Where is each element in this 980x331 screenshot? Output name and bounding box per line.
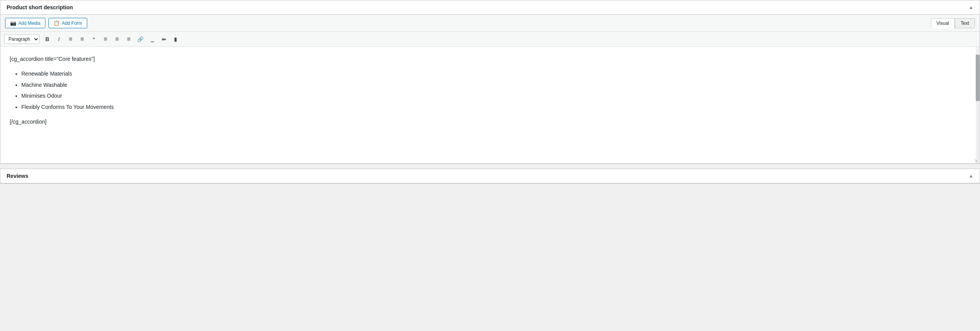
align-left-button[interactable]: ≡ [100,34,111,44]
scrollbar-thumb[interactable] [976,55,980,101]
editor-container: 📷 Add Media 📋 Add Form Visual Text Parag… [0,15,980,164]
panel-title: Product short description [7,4,73,10]
list-item: Renewable Materials [21,69,970,78]
align-center-button[interactable]: ≡ [112,34,122,44]
editor-content[interactable]: [cg_accordion title="Core features"] Ren… [0,47,980,163]
paragraph-select[interactable]: Paragraph [4,34,40,44]
view-tabs: Visual Text [931,18,975,28]
add-form-label: Add Form [62,21,82,26]
scrollbar-track [976,47,980,163]
fullscreen-button[interactable]: ⥢ [158,34,169,44]
add-media-label: Add Media [18,21,40,26]
reviews-panel-title: Reviews [7,173,28,179]
toolbar-row: Paragraph B I ≡ ≡ “ ≡ ≡ ≡ 🔗 ⎯ ⥢ ▮ [0,32,980,47]
unordered-list-button[interactable]: ≡ [65,34,76,44]
add-form-icon: 📋 [53,20,60,26]
shortcode-close: [/cg_accordion] [10,117,970,126]
reviews-collapse-icon[interactable]: ▲ [969,173,973,179]
horizontal-rule-button[interactable]: ⎯ [147,34,157,44]
ordered-list-button[interactable]: ≡ [77,34,88,44]
reviews-panel-header: Reviews ▲ [0,169,980,183]
add-media-button[interactable]: 📷 Add Media [5,18,45,28]
editor-tabs-row: 📷 Add Media 📋 Add Form Visual Text [0,15,980,32]
add-media-icon: 📷 [10,20,16,26]
table-button[interactable]: ▮ [170,34,181,44]
list-item: Flexibly Conforms To Your Movements [21,103,970,111]
editor-buttons: 📷 Add Media 📋 Add Form [5,18,87,28]
editor-wrapper: [cg_accordion title="Core features"] Ren… [0,47,980,164]
blockquote-button[interactable]: “ [88,34,99,44]
collapse-icon[interactable]: ▲ [969,5,973,10]
panel-header: Product short description ▲ [0,0,980,15]
bold-button[interactable]: B [42,34,53,44]
list-item: Minimises Odour [21,91,970,100]
feature-list: Renewable Materials Machine Washable Min… [21,69,970,111]
italic-button[interactable]: I [53,34,64,44]
shortcode-open: [cg_accordion title="Core features"] [10,55,970,63]
add-form-button[interactable]: 📋 Add Form [48,18,87,28]
product-short-description-panel: Product short description ▲ 📷 Add Media … [0,0,980,164]
link-button[interactable]: 🔗 [135,34,146,44]
tab-visual[interactable]: Visual [931,18,955,28]
resize-handle[interactable]: ⇲ [974,159,978,162]
list-item: Machine Washable [21,81,970,89]
reviews-panel: Reviews ▲ [0,169,980,184]
align-right-button[interactable]: ≡ [123,34,134,44]
tab-text[interactable]: Text [955,18,975,28]
